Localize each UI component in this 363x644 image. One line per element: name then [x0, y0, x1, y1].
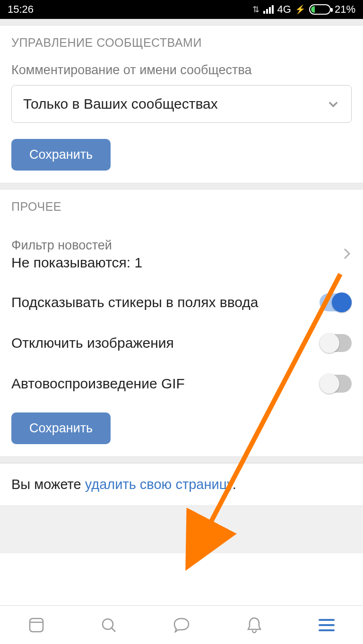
disable-images-row: Отключить изображения — [11, 323, 352, 363]
battery-icon — [309, 4, 331, 15]
charging-icon: ⚡ — [295, 4, 305, 15]
chevron-down-icon — [327, 97, 340, 111]
nav-news-icon[interactable] — [27, 616, 46, 635]
filter-label: Фильтр новостей — [11, 238, 142, 253]
svg-point-3 — [103, 619, 113, 629]
bottom-nav — [0, 605, 363, 644]
gif-autoplay-toggle[interactable] — [320, 375, 352, 393]
section-other: ПРОЧЕЕ Фильтр новостей Не показываются: … — [0, 189, 363, 456]
nav-notifications-icon[interactable] — [245, 616, 264, 635]
stickers-row: Подсказывать стикеры в полях ввода — [11, 282, 352, 323]
delete-page-link[interactable]: удалить свою страницу — [85, 477, 233, 492]
nav-search-icon[interactable] — [99, 616, 118, 635]
gif-autoplay-label: Автовоспроизведение GIF — [11, 376, 185, 392]
delete-account-section: Вы можете удалить свою страницу. — [0, 463, 363, 506]
news-filter-row[interactable]: Фильтр новостей Не показываются: 1 — [11, 227, 352, 282]
stickers-label: Подсказывать стикеры в полях ввода — [11, 294, 258, 310]
nav-messages-icon[interactable] — [172, 616, 191, 635]
battery-percent: 21% — [335, 3, 355, 16]
disable-images-toggle[interactable] — [320, 334, 352, 352]
save-button-other[interactable]: Сохранить — [11, 412, 111, 444]
section-header-other: ПРОЧЕЕ — [11, 200, 352, 214]
delete-suffix: . — [233, 477, 236, 492]
status-time: 15:26 — [8, 3, 34, 16]
network-label: 4G — [277, 3, 291, 16]
svg-rect-1 — [30, 618, 43, 632]
dropdown-value: Только в Ваших сообществах — [23, 96, 218, 112]
commenting-dropdown[interactable]: Только в Ваших сообществах — [11, 85, 352, 123]
stickers-toggle[interactable] — [320, 293, 352, 311]
gif-autoplay-row: Автовоспроизведение GIF — [11, 363, 352, 404]
disable-images-label: Отключить изображения — [11, 335, 174, 351]
svg-line-4 — [112, 628, 115, 632]
status-bar: 15:26 ⇅ 4G ⚡ 21% — [0, 0, 363, 19]
data-transfer-icon: ⇅ — [252, 4, 259, 15]
save-button[interactable]: Сохранить — [11, 139, 111, 171]
nav-menu-icon[interactable] — [317, 616, 336, 635]
section-header-communities: УПРАВЛЕНИЕ СООБЩЕСТВАМИ — [11, 36, 352, 50]
signal-icon — [263, 5, 274, 14]
status-right: ⇅ 4G ⚡ 21% — [252, 3, 355, 16]
filter-value: Не показываются: 1 — [11, 255, 142, 271]
delete-prefix: Вы можете — [11, 477, 85, 492]
commenting-label: Комментирование от имени сообщества — [11, 63, 352, 77]
chevron-right-icon — [342, 247, 352, 263]
section-communities: УПРАВЛЕНИЕ СООБЩЕСТВАМИ Комментирование … — [0, 26, 363, 183]
